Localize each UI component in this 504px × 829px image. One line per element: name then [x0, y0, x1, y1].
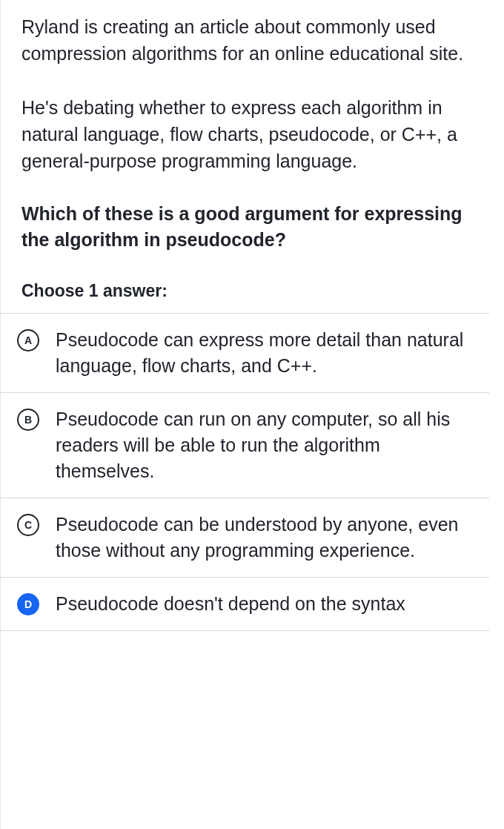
answer-list: A Pseudocode can express more detail tha…	[1, 313, 489, 631]
question-prompt: Which of these is a good argument for ex…	[21, 201, 489, 253]
question-text-block: Ryland is creating an article about comm…	[21, 13, 489, 253]
answer-text-c: Pseudocode can be understood by anyone, …	[56, 512, 474, 564]
answer-bubble-b: B	[17, 409, 39, 431]
answer-option-a[interactable]: A Pseudocode can express more detail tha…	[1, 313, 489, 392]
answer-option-d[interactable]: D Pseudocode doesn't depend on the synta…	[1, 577, 489, 631]
question-container: Ryland is creating an article about comm…	[0, 0, 504, 829]
answer-bubble-a: A	[17, 329, 39, 351]
question-paragraph-1: Ryland is creating an article about comm…	[21, 13, 489, 67]
question-paragraph-2: He's debating whether to express each al…	[21, 94, 489, 175]
answer-option-b[interactable]: B Pseudocode can run on any computer, so…	[1, 392, 489, 498]
answer-text-b: Pseudocode can run on any computer, so a…	[56, 406, 474, 484]
answer-text-d: Pseudocode doesn't depend on the syntax	[56, 591, 405, 617]
choose-answer-label: Choose 1 answer:	[21, 281, 489, 301]
answer-bubble-c: C	[17, 514, 39, 536]
answer-text-a: Pseudocode can express more detail than …	[56, 327, 474, 379]
answer-bubble-d: D	[17, 593, 39, 615]
answer-option-c[interactable]: C Pseudocode can be understood by anyone…	[1, 498, 489, 577]
